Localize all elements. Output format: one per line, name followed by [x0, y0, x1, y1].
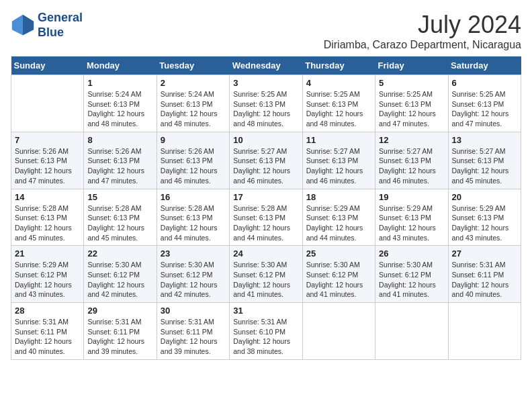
- calendar-week-row: 21Sunrise: 5:29 AM Sunset: 6:12 PM Dayli…: [11, 246, 521, 303]
- day-number: 27: [452, 248, 517, 259]
- calendar-cell: 8Sunrise: 5:26 AM Sunset: 6:13 PM Daylig…: [84, 132, 157, 189]
- calendar-cell: [375, 303, 448, 360]
- day-info: Sunrise: 5:30 AM Sunset: 6:12 PM Dayligh…: [306, 260, 371, 300]
- weekday-header-thursday: Thursday: [302, 56, 375, 75]
- day-info: Sunrise: 5:27 AM Sunset: 6:13 PM Dayligh…: [233, 146, 298, 186]
- calendar-cell: 17Sunrise: 5:28 AM Sunset: 6:13 PM Dayli…: [230, 189, 302, 246]
- weekday-header-row: SundayMondayTuesdayWednesdayThursdayFrid…: [11, 56, 521, 75]
- title-section: July 2024 Diriamba, Carazo Department, N…: [324, 11, 521, 51]
- calendar-cell: 16Sunrise: 5:28 AM Sunset: 6:13 PM Dayli…: [157, 189, 229, 246]
- calendar-cell: [302, 303, 375, 360]
- calendar-cell: 5Sunrise: 5:25 AM Sunset: 6:13 PM Daylig…: [375, 75, 448, 132]
- weekday-header-wednesday: Wednesday: [230, 56, 302, 75]
- calendar-cell: 13Sunrise: 5:27 AM Sunset: 6:13 PM Dayli…: [448, 132, 521, 189]
- day-info: Sunrise: 5:30 AM Sunset: 6:12 PM Dayligh…: [233, 260, 298, 300]
- day-info: Sunrise: 5:29 AM Sunset: 6:13 PM Dayligh…: [306, 203, 371, 243]
- day-number: 14: [15, 192, 80, 202]
- calendar-cell: 2Sunrise: 5:24 AM Sunset: 6:13 PM Daylig…: [157, 75, 229, 132]
- day-info: Sunrise: 5:27 AM Sunset: 6:13 PM Dayligh…: [306, 146, 371, 186]
- day-info: Sunrise: 5:31 AM Sunset: 6:11 PM Dayligh…: [452, 260, 517, 300]
- day-info: Sunrise: 5:26 AM Sunset: 6:13 PM Dayligh…: [161, 146, 226, 186]
- day-info: Sunrise: 5:25 AM Sunset: 6:13 PM Dayligh…: [452, 89, 517, 129]
- day-number: 18: [306, 192, 371, 202]
- day-info: Sunrise: 5:31 AM Sunset: 6:10 PM Dayligh…: [233, 317, 298, 357]
- calendar-cell: 20Sunrise: 5:29 AM Sunset: 6:13 PM Dayli…: [448, 189, 521, 246]
- day-info: Sunrise: 5:30 AM Sunset: 6:12 PM Dayligh…: [379, 260, 444, 300]
- calendar-table: SundayMondayTuesdayWednesdayThursdayFrid…: [11, 56, 521, 360]
- day-info: Sunrise: 5:28 AM Sunset: 6:13 PM Dayligh…: [15, 203, 80, 243]
- day-number: 29: [87, 306, 152, 316]
- calendar-cell: 31Sunrise: 5:31 AM Sunset: 6:10 PM Dayli…: [230, 303, 302, 360]
- logo-text: General Blue: [38, 11, 83, 40]
- day-number: 25: [306, 248, 371, 259]
- day-number: 19: [379, 192, 444, 202]
- day-info: Sunrise: 5:27 AM Sunset: 6:13 PM Dayligh…: [379, 146, 444, 186]
- day-info: Sunrise: 5:31 AM Sunset: 6:11 PM Dayligh…: [161, 317, 226, 357]
- calendar-cell: 26Sunrise: 5:30 AM Sunset: 6:12 PM Dayli…: [375, 246, 448, 303]
- day-info: Sunrise: 5:26 AM Sunset: 6:13 PM Dayligh…: [87, 146, 152, 186]
- day-info: Sunrise: 5:29 AM Sunset: 6:12 PM Dayligh…: [15, 260, 80, 300]
- weekday-header-tuesday: Tuesday: [157, 56, 229, 75]
- calendar-week-row: 1Sunrise: 5:24 AM Sunset: 6:13 PM Daylig…: [11, 75, 521, 132]
- calendar-week-row: 28Sunrise: 5:31 AM Sunset: 6:11 PM Dayli…: [11, 303, 521, 360]
- location-title: Diriamba, Carazo Department, Nicaragua: [324, 39, 521, 51]
- day-info: Sunrise: 5:31 AM Sunset: 6:11 PM Dayligh…: [87, 317, 152, 357]
- day-number: 16: [161, 192, 226, 202]
- logo: General Blue: [11, 11, 83, 40]
- day-info: Sunrise: 5:25 AM Sunset: 6:13 PM Dayligh…: [306, 89, 371, 129]
- day-number: 8: [87, 135, 152, 145]
- day-number: 12: [379, 135, 444, 145]
- day-number: 28: [15, 306, 80, 316]
- calendar-cell: 9Sunrise: 5:26 AM Sunset: 6:13 PM Daylig…: [157, 132, 229, 189]
- day-number: 23: [161, 248, 226, 259]
- weekday-header-monday: Monday: [84, 56, 157, 75]
- day-number: 2: [161, 78, 226, 88]
- day-number: 26: [379, 248, 444, 259]
- calendar-cell: 14Sunrise: 5:28 AM Sunset: 6:13 PM Dayli…: [11, 189, 84, 246]
- calendar-cell: 28Sunrise: 5:31 AM Sunset: 6:11 PM Dayli…: [11, 303, 84, 360]
- day-number: 30: [161, 306, 226, 316]
- day-number: 24: [233, 248, 298, 259]
- day-number: 5: [379, 78, 444, 88]
- day-number: 17: [233, 192, 298, 202]
- day-number: 11: [306, 135, 371, 145]
- day-number: 20: [452, 192, 517, 202]
- calendar-cell: 6Sunrise: 5:25 AM Sunset: 6:13 PM Daylig…: [448, 75, 521, 132]
- day-info: Sunrise: 5:24 AM Sunset: 6:13 PM Dayligh…: [161, 89, 226, 129]
- weekday-header-saturday: Saturday: [448, 56, 521, 75]
- day-number: 1: [87, 78, 152, 88]
- calendar-cell: 18Sunrise: 5:29 AM Sunset: 6:13 PM Dayli…: [302, 189, 375, 246]
- calendar-week-row: 14Sunrise: 5:28 AM Sunset: 6:13 PM Dayli…: [11, 189, 521, 246]
- day-info: Sunrise: 5:30 AM Sunset: 6:12 PM Dayligh…: [87, 260, 152, 300]
- calendar-cell: 4Sunrise: 5:25 AM Sunset: 6:13 PM Daylig…: [302, 75, 375, 132]
- calendar-cell: 3Sunrise: 5:25 AM Sunset: 6:13 PM Daylig…: [230, 75, 302, 132]
- calendar-cell: 21Sunrise: 5:29 AM Sunset: 6:12 PM Dayli…: [11, 246, 84, 303]
- calendar-cell: [11, 75, 84, 132]
- day-number: 13: [452, 135, 517, 145]
- day-number: 4: [306, 78, 371, 88]
- calendar-cell: 12Sunrise: 5:27 AM Sunset: 6:13 PM Dayli…: [375, 132, 448, 189]
- month-title: July 2024: [324, 11, 521, 39]
- weekday-header-sunday: Sunday: [11, 56, 84, 75]
- svg-marker-2: [12, 14, 23, 35]
- calendar-cell: 10Sunrise: 5:27 AM Sunset: 6:13 PM Dayli…: [230, 132, 302, 189]
- calendar-cell: 27Sunrise: 5:31 AM Sunset: 6:11 PM Dayli…: [448, 246, 521, 303]
- calendar-cell: [448, 303, 521, 360]
- day-number: 22: [87, 248, 152, 259]
- calendar-week-row: 7Sunrise: 5:26 AM Sunset: 6:13 PM Daylig…: [11, 132, 521, 189]
- calendar-cell: 25Sunrise: 5:30 AM Sunset: 6:12 PM Dayli…: [302, 246, 375, 303]
- day-info: Sunrise: 5:25 AM Sunset: 6:13 PM Dayligh…: [233, 89, 298, 129]
- day-info: Sunrise: 5:29 AM Sunset: 6:13 PM Dayligh…: [452, 203, 517, 243]
- calendar-cell: 19Sunrise: 5:29 AM Sunset: 6:13 PM Dayli…: [375, 189, 448, 246]
- svg-marker-1: [23, 14, 34, 35]
- day-info: Sunrise: 5:25 AM Sunset: 6:13 PM Dayligh…: [379, 89, 444, 129]
- calendar-cell: 29Sunrise: 5:31 AM Sunset: 6:11 PM Dayli…: [84, 303, 157, 360]
- calendar-cell: 22Sunrise: 5:30 AM Sunset: 6:12 PM Dayli…: [84, 246, 157, 303]
- day-number: 9: [161, 135, 226, 145]
- weekday-header-friday: Friday: [375, 56, 448, 75]
- logo-icon: [11, 13, 35, 38]
- calendar-cell: 23Sunrise: 5:30 AM Sunset: 6:12 PM Dayli…: [157, 246, 229, 303]
- day-number: 10: [233, 135, 298, 145]
- day-info: Sunrise: 5:27 AM Sunset: 6:13 PM Dayligh…: [452, 146, 517, 186]
- day-number: 31: [233, 306, 298, 316]
